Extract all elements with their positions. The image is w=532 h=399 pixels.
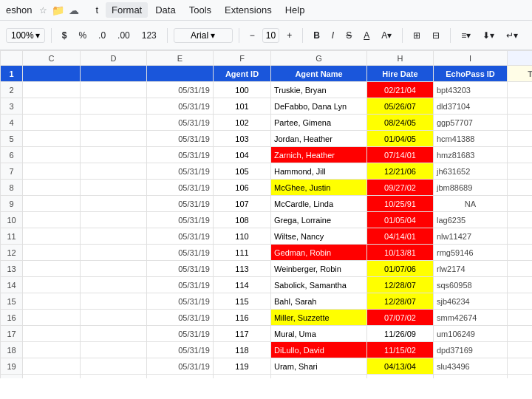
cell-agent-id-10[interactable]: 108 <box>214 212 271 228</box>
cell-d-3[interactable] <box>81 98 147 115</box>
font-size-increase[interactable]: + <box>282 27 296 44</box>
cell-date-12[interactable]: 05/31/19 <box>147 245 214 261</box>
cell-echopass-19[interactable]: slu43496 <box>434 358 508 375</box>
cell-c-4[interactable] <box>23 115 81 131</box>
cell-j-18[interactable] <box>508 342 533 358</box>
align-button[interactable]: ≡▾ <box>457 27 475 44</box>
cell-agent-name-6[interactable]: Zarnich, Heather <box>271 147 367 163</box>
cell-d-10[interactable] <box>81 212 147 228</box>
cell-agent-id-7[interactable]: 105 <box>214 163 271 180</box>
cell-d-2[interactable] <box>81 82 147 98</box>
cell-c-10[interactable] <box>23 212 81 228</box>
col-i-header[interactable]: I <box>434 51 508 66</box>
cell-c-19[interactable] <box>23 358 81 375</box>
col-d-header[interactable]: D <box>81 51 147 66</box>
table-row[interactable]: 1605/31/19116Miller, Suzzette07/07/02smm… <box>1 310 533 326</box>
cell-hire-date-14[interactable]: 12/28/07 <box>367 277 434 293</box>
cell-echopass-6[interactable]: hmz81683 <box>434 147 508 163</box>
col-j-header[interactable]: J <box>508 51 533 66</box>
menu-t[interactable]: t <box>89 2 104 18</box>
table-row[interactable]: 705/31/19105Hammond, Jill12/21/06jh63165… <box>1 163 533 180</box>
folder-icon[interactable]: 📁 <box>52 4 64 16</box>
table-row[interactable]: 1105/31/19110Wiltse, Nancy04/14/01nlw114… <box>1 228 533 245</box>
cell-echopass-10[interactable]: lag6235 <box>434 212 508 228</box>
cell-agent-name-10[interactable]: Grega, Lorraine <box>271 212 367 228</box>
cell-agent-id-16[interactable]: 116 <box>214 310 271 326</box>
cell-agent-id-15[interactable]: 115 <box>214 293 271 310</box>
menu-extensions[interactable]: Extensions <box>219 2 278 18</box>
menu-format[interactable]: Format <box>106 2 148 18</box>
cell-d-16[interactable] <box>81 310 147 326</box>
cell-c-2[interactable] <box>23 82 81 98</box>
cell-c-18[interactable] <box>23 342 81 358</box>
cell-agent-name-13[interactable]: Weinberger, Robin <box>271 261 367 277</box>
cell-d-13[interactable] <box>81 261 147 277</box>
cell-agent-id-6[interactable]: 104 <box>214 147 271 163</box>
cell-date-11[interactable]: 05/31/19 <box>147 228 214 245</box>
cell-echopass-11[interactable]: nlw11427 <box>434 228 508 245</box>
cell-agent-id-9[interactable]: 107 <box>214 196 271 212</box>
cell-echopass-16[interactable]: smm42674 <box>434 310 508 326</box>
cell-date-17[interactable]: 05/31/19 <box>147 326 214 342</box>
cell-hire-date-19[interactable]: 04/13/04 <box>367 358 434 375</box>
cell-d-5[interactable] <box>81 131 147 147</box>
table-row[interactable]: 605/31/19104Zarnich, Heather07/14/01hmz8… <box>1 147 533 163</box>
menu-tools[interactable]: Tools <box>183 2 217 18</box>
cell-agent-id-3[interactable]: 101 <box>214 98 271 115</box>
cell-agent-id-17[interactable]: 117 <box>214 326 271 342</box>
cell-echopass-4[interactable]: ggp57707 <box>434 115 508 131</box>
table-row[interactable]: 805/31/19106McGhee, Justin09/27/02jbm886… <box>1 180 533 196</box>
cell-date-4[interactable]: 05/31/19 <box>147 115 214 131</box>
decimal-decrease-button[interactable]: .0 <box>94 27 110 44</box>
zoom-selector[interactable]: 100% ▾ <box>6 28 45 43</box>
cell-agent-name-5[interactable]: Jordan, Heather <box>271 131 367 147</box>
cell-d-11[interactable] <box>81 228 147 245</box>
cell-date-19[interactable]: 05/31/19 <box>147 358 214 375</box>
cell-c-14[interactable] <box>23 277 81 293</box>
cell-c-6[interactable] <box>23 147 81 163</box>
table-row[interactable]: 205/31/19100Truskie, Bryan02/21/04bpt432… <box>1 82 533 98</box>
cell-j-9[interactable] <box>508 196 533 212</box>
cell-c-8[interactable] <box>23 180 81 196</box>
table-row[interactable]: 405/31/19102Partee, Gimena08/24/05ggp577… <box>1 115 533 131</box>
cell-agent-name-4[interactable]: Partee, Gimena <box>271 115 367 131</box>
bold-button[interactable]: B <box>309 27 324 44</box>
cell-d-14[interactable] <box>81 277 147 293</box>
cell-echopass-3[interactable]: dld37104 <box>434 98 508 115</box>
cell-agent-name-16[interactable]: Miller, Suzzette <box>271 310 367 326</box>
cell-j-6[interactable] <box>508 147 533 163</box>
cell-d-17[interactable] <box>81 326 147 342</box>
cell-date-2[interactable]: 05/31/19 <box>147 82 214 98</box>
cell-hire-date-18[interactable]: 11/15/02 <box>367 342 434 358</box>
cell-j-17[interactable] <box>508 326 533 342</box>
cell-agent-id-20[interactable]: 120 <box>214 375 271 379</box>
cell-d-8[interactable] <box>81 180 147 196</box>
percent-button[interactable]: % <box>74 27 91 44</box>
cell-agent-name-12[interactable]: Gedman, Robin <box>271 245 367 261</box>
cell-hire-date-9[interactable]: 10/25/91 <box>367 196 434 212</box>
cell-j-10[interactable] <box>508 212 533 228</box>
currency-button[interactable]: $ <box>58 27 72 44</box>
cell-date-15[interactable]: 05/31/19 <box>147 293 214 310</box>
cell-d-15[interactable] <box>81 293 147 310</box>
cell-j-15[interactable] <box>508 293 533 310</box>
cell-date-9[interactable]: 05/31/19 <box>147 196 214 212</box>
cell-j-19[interactable] <box>508 358 533 375</box>
wrap-button[interactable]: ↵▾ <box>502 27 522 44</box>
cell-date-7[interactable]: 05/31/19 <box>147 163 214 180</box>
cell-j-2[interactable] <box>508 82 533 98</box>
cell-date-5[interactable]: 05/31/19 <box>147 131 214 147</box>
cell-c-9[interactable] <box>23 196 81 212</box>
cell-agent-name-20[interactable]: Washington, Barbara <box>271 375 367 379</box>
underline-button[interactable]: A <box>359 27 374 44</box>
cell-d-20[interactable] <box>81 375 147 379</box>
cell-date-10[interactable]: 05/31/19 <box>147 212 214 228</box>
cell-hire-date-6[interactable]: 07/14/01 <box>367 147 434 163</box>
cell-agent-name-8[interactable]: McGhee, Justin <box>271 180 367 196</box>
cell-agent-id-11[interactable]: 110 <box>214 228 271 245</box>
cell-j-5[interactable] <box>508 131 533 147</box>
cell-echopass-17[interactable]: um106249 <box>434 326 508 342</box>
cell-hire-date-2[interactable]: 02/21/04 <box>367 82 434 98</box>
menu-data[interactable]: Data <box>149 2 181 18</box>
cell-date-16[interactable]: 05/31/19 <box>147 310 214 326</box>
